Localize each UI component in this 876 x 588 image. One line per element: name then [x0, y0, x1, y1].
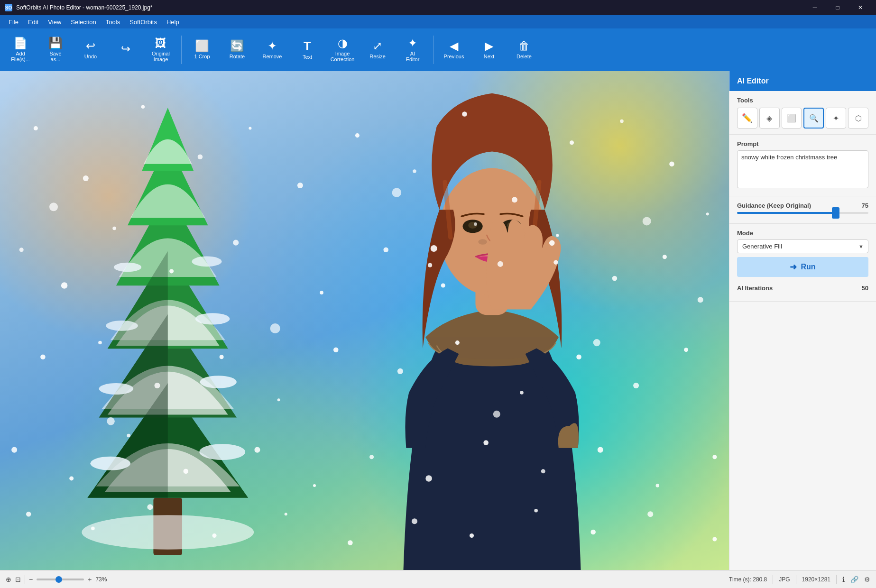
ai-editor-button[interactable]: ✦ AIEditor: [396, 31, 429, 69]
window-title: SoftOrbits AI Photo Editor - woman-60022…: [16, 4, 153, 11]
svg-point-28: [474, 222, 477, 226]
separator-2: [433, 36, 433, 64]
settings-icon[interactable]: ⚙: [864, 576, 870, 583]
svg-point-33: [549, 240, 555, 246]
svg-point-15: [199, 444, 245, 460]
rect-select-tool-button[interactable]: ⬜: [782, 108, 802, 129]
svg-point-2: [82, 515, 254, 550]
remove-button[interactable]: ✦ Remove: [256, 31, 289, 69]
save-label: Saveas...: [49, 51, 61, 62]
menu-edit[interactable]: Edit: [23, 17, 43, 28]
next-label: Next: [484, 54, 495, 59]
minimize-button[interactable]: ─: [804, 0, 826, 15]
status-bar-right: Time (s): 280.8 JPG 1920×1281 ℹ 🔗 ⚙: [729, 575, 870, 584]
mode-select[interactable]: Generative Fill Inpainting Outpainting: [737, 239, 868, 253]
image-correction-label: ImageCorrection: [331, 51, 355, 62]
menu-softorbits[interactable]: SoftOrbits: [125, 17, 162, 28]
status-sep-3: [796, 575, 796, 584]
woman-figure-svg: [255, 71, 729, 570]
close-button[interactable]: ✕: [849, 0, 871, 15]
svg-point-18: [106, 321, 138, 331]
mode-select-wrap: Generative Fill Inpainting Outpainting: [737, 239, 868, 253]
menu-file[interactable]: File: [4, 17, 23, 28]
photo-scene: [0, 71, 729, 570]
undo-button[interactable]: ↩ Undo: [74, 31, 107, 69]
time-label: Time (s): 280.8: [729, 576, 767, 583]
original-image-button[interactable]: 🖼 OriginalImage: [144, 31, 177, 69]
prompt-input[interactable]: snowy white frozen christmass tree: [737, 150, 868, 188]
tools-label: Tools: [737, 97, 868, 104]
fill-tool-button[interactable]: ⬡: [848, 108, 868, 129]
zoom-thumb[interactable]: [55, 576, 62, 583]
text-button[interactable]: T Text: [291, 31, 324, 69]
previous-label: Previous: [444, 54, 464, 59]
svg-point-14: [90, 456, 130, 470]
brush-icon: ✏️: [742, 113, 752, 123]
zoom-fit-icon[interactable]: ⊕: [6, 576, 11, 583]
guidance-slider-track[interactable]: [737, 212, 868, 214]
lasso-icon: 🔍: [809, 114, 819, 123]
info-icon[interactable]: ℹ: [842, 576, 845, 583]
guidance-section: Guidance (Keep Original) 75: [729, 196, 876, 224]
zoom-slider[interactable]: [37, 579, 84, 580]
add-file-icon: 📄: [13, 37, 28, 49]
zoom-actual-icon[interactable]: ⊡: [15, 576, 21, 583]
toolbar: 📄 AddFile(s)... 💾 Saveas... ↩ Undo ↪ 🖼 O…: [0, 28, 876, 71]
ai-iterations-value: 50: [862, 285, 868, 292]
brush-tool-button[interactable]: ✏️: [737, 108, 757, 129]
resize-button[interactable]: ⤢ Resize: [361, 31, 394, 69]
undo-icon: ↩: [86, 40, 95, 52]
menu-help[interactable]: Help: [162, 17, 184, 28]
run-icon: ➜: [790, 262, 797, 272]
magic-wand-tool-button[interactable]: ✦: [826, 108, 846, 129]
share-icon[interactable]: 🔗: [850, 576, 858, 583]
guidance-label: Guidance (Keep Original): [737, 202, 811, 209]
ai-editor-label: AIEditor: [406, 51, 420, 62]
delete-button[interactable]: 🗑 Delete: [507, 31, 541, 69]
resolution-label: 1920×1281: [802, 576, 830, 583]
title-bar: SO SoftOrbits AI Photo Editor - woman-60…: [0, 0, 876, 15]
guidance-slider-thumb[interactable]: [832, 207, 839, 219]
remove-icon: ✦: [267, 40, 277, 52]
resize-label: Resize: [369, 54, 386, 59]
zoom-value: 73%: [95, 576, 107, 583]
redo-button[interactable]: ↪: [109, 31, 142, 69]
main-layout: AI Editor Tools ✏️ ◈ ⬜ 🔍 ✦: [0, 71, 876, 570]
zoom-minus-icon[interactable]: −: [29, 576, 33, 583]
canvas-area: [0, 71, 729, 570]
svg-point-30: [478, 239, 487, 245]
resize-icon: ⤢: [373, 40, 382, 52]
next-icon: ▶: [485, 40, 493, 52]
next-button[interactable]: ▶ Next: [472, 31, 506, 69]
menu-tools[interactable]: Tools: [101, 17, 125, 28]
rotate-label: Rotate: [230, 54, 245, 59]
mode-section: Mode Generative Fill Inpainting Outpaint…: [729, 224, 876, 302]
right-panel: AI Editor Tools ✏️ ◈ ⬜ 🔍 ✦: [729, 71, 876, 570]
crop-button[interactable]: ⬜ 1 Crop: [185, 31, 219, 69]
ai-editor-icon: ✦: [408, 37, 417, 49]
add-file-label: AddFile(s)...: [11, 51, 30, 62]
app-icon: SO: [5, 4, 12, 11]
svg-point-16: [99, 383, 133, 394]
ai-iterations-label: AI Iterations: [737, 285, 773, 292]
svg-point-19: [195, 313, 230, 324]
rotate-button[interactable]: 🔄 Rotate: [221, 31, 254, 69]
run-button[interactable]: ➜ Run: [737, 257, 868, 277]
add-file-button[interactable]: 📄 AddFile(s)...: [4, 31, 37, 69]
maximize-button[interactable]: □: [827, 0, 848, 15]
tools-section: Tools ✏️ ◈ ⬜ 🔍 ✦ ⬡: [729, 91, 876, 135]
zoom-plus-icon[interactable]: +: [88, 576, 92, 583]
previous-button[interactable]: ◀ Previous: [437, 31, 470, 69]
image-correction-button[interactable]: ◑ ImageCorrection: [326, 31, 359, 69]
menu-selection[interactable]: Selection: [66, 17, 101, 28]
save-button[interactable]: 💾 Saveas...: [39, 31, 72, 69]
status-sep-1: [25, 575, 25, 584]
redo-icon: ↪: [121, 43, 130, 55]
menu-view[interactable]: View: [43, 17, 66, 28]
svg-point-35: [553, 260, 558, 265]
save-icon: 💾: [48, 37, 63, 49]
lasso-tool-button[interactable]: 🔍: [803, 108, 824, 129]
tools-row: ✏️ ◈ ⬜ 🔍 ✦ ⬡: [737, 108, 868, 129]
eraser-tool-button[interactable]: ◈: [759, 108, 780, 129]
guidance-slider-container: [737, 212, 868, 214]
